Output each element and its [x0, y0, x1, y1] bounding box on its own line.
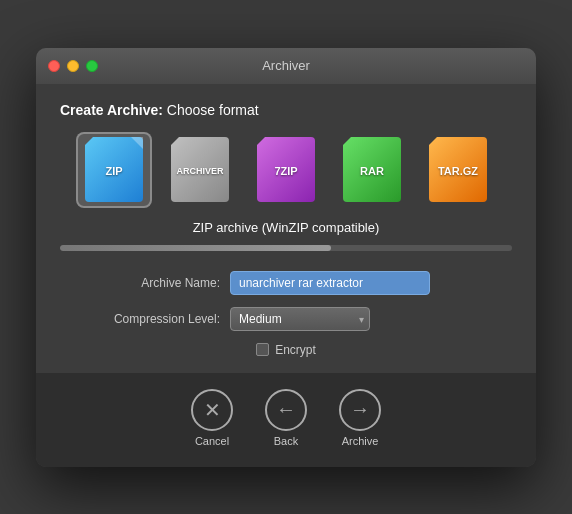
close-button[interactable] [48, 60, 60, 72]
7zip-icon-label: 7ZIP [274, 165, 297, 177]
7zip-icon-shape: 7ZIP [257, 137, 315, 202]
encrypt-label: Encrypt [275, 343, 316, 357]
targz-icon-shape: TAR.GZ [429, 137, 487, 202]
format-rar[interactable]: RAR [334, 132, 410, 208]
rar-icon-shape: RAR [343, 137, 401, 202]
header-rest: Choose format [163, 102, 259, 118]
encrypt-checkbox[interactable] [256, 343, 269, 356]
format-icons-group: ZIP ARCHIVER 7ZIP RAR TAR.GZ [60, 132, 512, 208]
archive-name-row: Archive Name: [80, 271, 492, 295]
archive-icon: → [339, 389, 381, 431]
format-archiver[interactable]: ARCHIVER [162, 132, 238, 208]
compression-select-wrapper: Low Medium High ▾ [230, 307, 370, 331]
zip-icon-label: ZIP [105, 165, 122, 177]
bottom-action-bar: ✕ Cancel ← Back → Archive [36, 373, 536, 467]
cancel-button[interactable]: ✕ Cancel [191, 389, 233, 447]
format-zip[interactable]: ZIP [76, 132, 152, 208]
section-header: Create Archive: Choose format [60, 102, 512, 118]
back-icon: ← [265, 389, 307, 431]
maximize-button[interactable] [86, 60, 98, 72]
titlebar: Archiver [36, 48, 536, 84]
header-bold: Create Archive: [60, 102, 163, 118]
archiver-icon-label: ARCHIVER [176, 166, 223, 176]
format-targz[interactable]: TAR.GZ [420, 132, 496, 208]
minimize-button[interactable] [67, 60, 79, 72]
compression-select[interactable]: Low Medium High [230, 307, 370, 331]
archive-label: Archive [342, 435, 379, 447]
format-7zip[interactable]: 7ZIP [248, 132, 324, 208]
window-title: Archiver [262, 58, 310, 73]
targz-icon-label: TAR.GZ [438, 165, 478, 177]
main-window: Archiver Create Archive: Choose format Z… [36, 48, 536, 467]
progress-bar [60, 245, 512, 251]
back-button[interactable]: ← Back [265, 389, 307, 447]
cancel-label: Cancel [195, 435, 229, 447]
encrypt-row: Encrypt [80, 343, 492, 357]
form-section: Archive Name: Compression Level: Low Med… [60, 271, 512, 357]
traffic-lights [48, 60, 98, 72]
content-area: Create Archive: Choose format ZIP ARCHIV… [36, 84, 536, 357]
archive-button[interactable]: → Archive [339, 389, 381, 447]
zip-icon-shape: ZIP [85, 137, 143, 202]
archive-name-input[interactable] [230, 271, 430, 295]
archive-name-label: Archive Name: [80, 276, 220, 290]
rar-icon-label: RAR [360, 165, 384, 177]
compression-label: Compression Level: [80, 312, 220, 326]
format-description: ZIP archive (WinZIP compatible) [60, 220, 512, 235]
cancel-icon: ✕ [191, 389, 233, 431]
compression-row: Compression Level: Low Medium High ▾ [80, 307, 492, 331]
progress-bar-fill [60, 245, 331, 251]
back-label: Back [274, 435, 298, 447]
archiver-icon-shape: ARCHIVER [171, 137, 229, 202]
